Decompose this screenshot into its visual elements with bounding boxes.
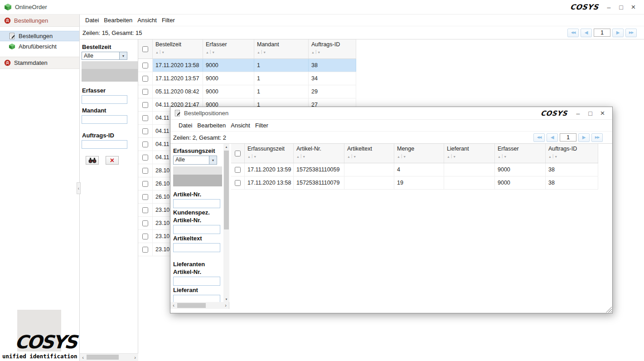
- mandant-input[interactable]: [82, 115, 127, 124]
- column-header-erfasser[interactable]: Erfasser ▲|▼: [203, 39, 254, 59]
- bestellzeit-range-listbox[interactable]: [82, 61, 138, 82]
- dialog-filter-horizontal-scrollbar[interactable]: ‹ ›: [170, 302, 229, 309]
- table-cell[interactable]: [444, 176, 495, 189]
- table-cell[interactable]: 17.11.2020 13:58: [153, 59, 203, 72]
- page-number-input[interactable]: [594, 29, 610, 37]
- table-cell[interactable]: [344, 163, 394, 176]
- menu-datei[interactable]: Datei: [179, 122, 192, 129]
- menu-filter[interactable]: Filter: [162, 17, 175, 24]
- row-checkbox[interactable]: [142, 63, 148, 68]
- menu-bearbeiten[interactable]: Bearbeiten: [104, 17, 132, 24]
- last-page-button[interactable]: ▶▶: [625, 29, 637, 37]
- scrollbar-track[interactable]: [223, 150, 229, 296]
- row-checkbox[interactable]: [142, 115, 148, 121]
- row-checkbox[interactable]: [142, 155, 148, 161]
- row-checkbox[interactable]: [235, 167, 241, 173]
- select-all-checkbox[interactable]: [235, 151, 241, 156]
- prev-page-button[interactable]: ◀: [547, 133, 558, 142]
- scrollbar-track[interactable]: [86, 354, 132, 361]
- main-table-row[interactable]: 17.11.2020 13:579000134: [138, 72, 356, 85]
- scrollbar-thumb[interactable]: [224, 151, 229, 229]
- table-cell[interactable]: 15725381110059: [294, 163, 344, 176]
- column-header-erfassungszeit[interactable]: Erfassungszeit ▲|▼: [245, 144, 294, 163]
- menu-datei[interactable]: Datei: [85, 17, 99, 24]
- table-cell[interactable]: [344, 176, 394, 189]
- table-cell[interactable]: 9000: [203, 85, 254, 98]
- row-checkbox[interactable]: [142, 181, 148, 187]
- scrollbar-thumb[interactable]: [177, 303, 206, 308]
- erfasser-input[interactable]: [82, 95, 127, 104]
- table-cell[interactable]: 38: [546, 176, 598, 189]
- sort-control[interactable]: ▲|▼: [347, 154, 394, 158]
- page-number-input[interactable]: [560, 133, 576, 141]
- sort-control[interactable]: ▲|▼: [498, 154, 545, 158]
- sort-control[interactable]: ▲|▼: [397, 154, 444, 158]
- sidebar-collapse-handle[interactable]: ‹: [77, 182, 81, 194]
- sort-control[interactable]: ▲|▼: [247, 154, 293, 158]
- auftrags-id-input[interactable]: [82, 140, 127, 149]
- column-header-artikeltext[interactable]: Artikeltext ▲|▼: [344, 144, 394, 163]
- menu-filter[interactable]: Filter: [255, 122, 268, 129]
- row-checkbox[interactable]: [142, 128, 148, 134]
- scroll-left-icon[interactable]: ‹: [80, 355, 86, 360]
- sort-control[interactable]: ▲|▼: [206, 49, 254, 54]
- sidebar-group-stammdaten[interactable]: Stammdaten: [0, 57, 79, 69]
- first-page-button[interactable]: ◀◀: [567, 29, 579, 37]
- table-cell[interactable]: 4: [394, 163, 444, 176]
- erfassungszeit-range-listbox[interactable]: [173, 166, 222, 186]
- column-header-erfasser[interactable]: Erfasser ▲|▼: [495, 144, 546, 163]
- filter-horizontal-scrollbar[interactable]: ‹ ›: [80, 353, 138, 361]
- clear-filter-button[interactable]: ×: [106, 156, 119, 165]
- row-checkbox[interactable]: [142, 141, 148, 147]
- table-cell[interactable]: 9000: [495, 163, 546, 176]
- row-checkbox[interactable]: [142, 76, 148, 82]
- column-header-bestellzeit[interactable]: Bestellzeit ▲|▼: [153, 39, 203, 59]
- table-cell[interactable]: 1: [254, 85, 309, 98]
- table-cell[interactable]: [444, 163, 495, 176]
- minimize-button[interactable]: –: [603, 4, 615, 11]
- chevron-down-icon[interactable]: ▾: [209, 156, 217, 164]
- menu-ansicht[interactable]: Ansicht: [137, 17, 157, 24]
- scroll-up-icon[interactable]: ▲: [223, 144, 229, 150]
- close-button[interactable]: ×: [596, 109, 609, 118]
- column-header-mandant[interactable]: Mandant ▲|▼: [254, 39, 309, 59]
- prev-page-button[interactable]: ◀: [581, 29, 592, 37]
- row-checkbox[interactable]: [142, 89, 148, 95]
- sort-control[interactable]: ▲|▼: [311, 49, 356, 54]
- scroll-right-icon[interactable]: ›: [223, 303, 229, 308]
- column-header-menge[interactable]: Menge ▲|▼: [394, 144, 444, 163]
- dialog-table-row[interactable]: 17.11.2020 13:581572538111007919900038: [231, 176, 598, 190]
- scrollbar-track[interactable]: [177, 302, 223, 309]
- row-checkbox[interactable]: [142, 207, 148, 213]
- next-page-button[interactable]: ▶: [578, 133, 590, 142]
- column-header-auftrags-id[interactable]: Auftrags-ID ▲|▼: [309, 39, 356, 59]
- bestellzeit-dropdown[interactable]: Alle ▾: [82, 52, 127, 60]
- menu-bearbeiten[interactable]: Bearbeiten: [197, 122, 226, 129]
- scroll-down-icon[interactable]: ▼: [223, 296, 229, 302]
- lieferanten-artikel-nr-input[interactable]: [173, 277, 220, 286]
- lieferant-input[interactable]: [173, 295, 220, 302]
- table-cell[interactable]: 9000: [203, 59, 254, 72]
- column-header-auftrags-id[interactable]: Auftrags-ID ▲|▼: [546, 144, 598, 163]
- search-button[interactable]: [86, 156, 99, 165]
- table-cell[interactable]: 17.11.2020 13:58: [245, 176, 294, 189]
- close-button[interactable]: ×: [627, 3, 639, 12]
- table-cell[interactable]: 9000: [203, 72, 254, 85]
- main-table-row[interactable]: 05.11.2020 08:429000129: [138, 85, 356, 98]
- maximize-button[interactable]: □: [584, 110, 596, 117]
- row-checkbox[interactable]: [142, 168, 148, 174]
- sidebar-item-bestellungen[interactable]: Bestellungen: [0, 31, 79, 41]
- first-page-button[interactable]: ◀◀: [533, 133, 545, 142]
- scrollbar-thumb[interactable]: [87, 355, 119, 360]
- row-checkbox[interactable]: [142, 102, 148, 108]
- table-cell[interactable]: 19: [394, 176, 444, 189]
- artikeltext-input[interactable]: [173, 243, 220, 252]
- table-cell[interactable]: 34: [309, 72, 356, 85]
- row-checkbox[interactable]: [142, 194, 148, 200]
- menu-ansicht[interactable]: Ansicht: [231, 122, 250, 129]
- table-cell[interactable]: 17.11.2020 13:57: [153, 72, 203, 85]
- sidebar-group-bestellungen[interactable]: Bestellungen: [0, 15, 79, 27]
- scroll-left-icon[interactable]: ‹: [170, 303, 177, 308]
- sidebar-item-abrufuebersicht[interactable]: Abrufübersicht: [0, 41, 79, 52]
- select-all-checkbox[interactable]: [142, 46, 148, 52]
